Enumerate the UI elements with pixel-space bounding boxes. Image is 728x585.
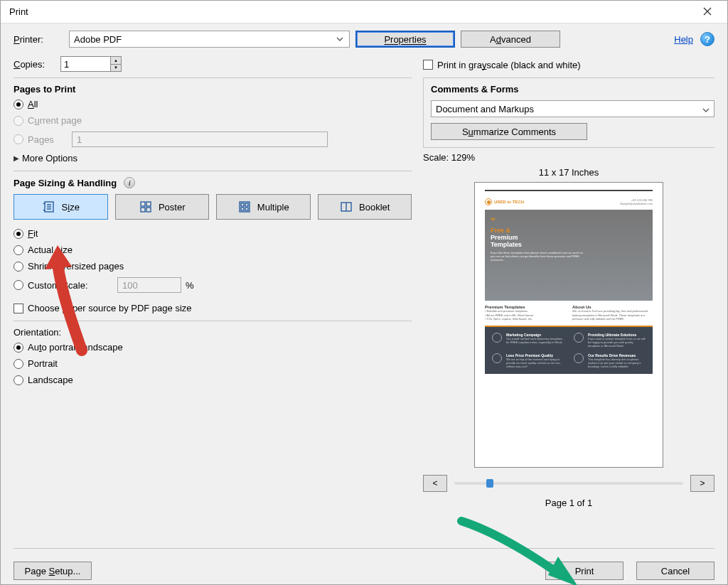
pages-current-label: Current page xyxy=(28,115,82,126)
help-link[interactable]: Help xyxy=(674,34,693,45)
size-icon xyxy=(42,200,56,214)
pages-range-radio[interactable] xyxy=(14,134,23,144)
custom-scale-input[interactable] xyxy=(117,277,181,293)
portrait-radio[interactable] xyxy=(14,359,23,369)
triangle-right-icon: ▶ xyxy=(14,154,19,162)
comments-forms-select[interactable]: Document and Markups xyxy=(431,100,714,117)
portrait-label: Portrait xyxy=(28,358,58,369)
booklet-tab[interactable]: Booklet xyxy=(318,194,412,220)
shrink-radio[interactable] xyxy=(14,262,23,272)
svg-rect-8 xyxy=(241,208,244,210)
page-sizing-section: Page Sizing & Handling i Size Poster Mul… xyxy=(14,171,412,321)
pages-to-print-section: Pages to Print All Current page Pages xyxy=(14,77,412,171)
percent-label: % xyxy=(186,280,194,291)
custom-scale-label: Custom Scale: xyxy=(28,280,113,291)
preview-prev-button[interactable]: < xyxy=(423,475,447,492)
scale-label: Scale: 129% xyxy=(423,147,714,166)
actual-size-radio[interactable] xyxy=(14,245,23,255)
grayscale-label: Print in grayscale (black and white) xyxy=(437,60,581,70)
size-tab[interactable]: Size xyxy=(14,194,108,220)
titlebar: Print xyxy=(1,1,727,23)
printer-value: Adobe PDF xyxy=(74,34,122,45)
chevron-down-icon xyxy=(333,37,346,41)
pages-range-label: Pages xyxy=(28,134,68,145)
actual-size-label: Actual size xyxy=(28,245,73,255)
svg-rect-2 xyxy=(146,202,151,206)
fit-radio[interactable] xyxy=(14,229,23,239)
poster-tab[interactable]: Poster xyxy=(115,194,210,220)
copies-spinner[interactable]: ▲ ▼ xyxy=(60,56,122,72)
close-icon xyxy=(703,6,712,18)
multiple-icon xyxy=(237,200,252,214)
window-title: Print xyxy=(9,6,28,17)
pages-all-radio[interactable] xyxy=(14,100,23,109)
spinner-up-icon[interactable]: ▲ xyxy=(111,57,121,65)
landscape-radio[interactable] xyxy=(14,375,23,385)
dollar-icon xyxy=(574,353,584,363)
shrink-label: Shrink oversized pages xyxy=(28,261,124,272)
gear-icon xyxy=(574,333,584,343)
flame-icon xyxy=(485,198,492,205)
info-icon[interactable]: i xyxy=(124,177,135,188)
comments-title: Comments & Forms xyxy=(431,84,714,95)
svg-rect-4 xyxy=(146,208,151,212)
poster-icon xyxy=(139,200,153,214)
preview-next-button[interactable]: > xyxy=(690,475,714,492)
help-icon[interactable]: ? xyxy=(700,32,714,46)
summarize-comments-button[interactable]: Summarize Comments xyxy=(431,123,587,140)
slider-thumb[interactable] xyxy=(486,479,493,488)
choose-paper-source-label: Choose paper source by PDF page size xyxy=(28,303,192,313)
comments-forms-section: Comments & Forms Document and Markups Su… xyxy=(423,77,714,147)
orientation-section: Orientation: Auto portrait/landscape Por… xyxy=(14,321,412,392)
spinner-down-icon[interactable]: ▼ xyxy=(111,65,121,72)
advanced-button[interactable]: Advanced xyxy=(461,31,560,48)
svg-rect-9 xyxy=(245,208,248,210)
tag-icon xyxy=(492,353,502,363)
print-button[interactable]: Print xyxy=(545,562,623,580)
preview-slider[interactable] xyxy=(454,482,683,485)
orientation-title: Orientation: xyxy=(14,327,412,338)
page-indicator: Page 1 of 1 xyxy=(545,498,593,508)
pages-title: Pages to Print xyxy=(14,84,412,95)
page-dimensions: 11 x 17 Inches xyxy=(539,167,599,178)
multiple-tab[interactable]: Multiple xyxy=(216,194,311,220)
svg-rect-7 xyxy=(245,203,248,206)
pages-range-input[interactable] xyxy=(72,132,328,147)
printer-select[interactable]: Adobe PDF xyxy=(69,31,350,48)
print-dialog: Print Printer: Adobe PDF Properties Adv xyxy=(0,0,728,585)
landscape-label: Landscape xyxy=(28,375,73,385)
comments-forms-value: Document and Markups xyxy=(436,104,534,114)
sizing-title: Page Sizing & Handling i xyxy=(14,177,412,188)
cancel-button[interactable]: Cancel xyxy=(636,562,714,580)
auto-orientation-radio[interactable] xyxy=(14,343,23,353)
more-options-toggle[interactable]: ▶ More Options xyxy=(14,153,412,163)
preview-brand: USED to TECH xyxy=(485,198,524,205)
chart-icon xyxy=(492,333,502,343)
copies-label: Copies: xyxy=(14,59,45,70)
custom-scale-radio[interactable] xyxy=(14,280,23,290)
grayscale-checkbox[interactable] xyxy=(423,60,433,70)
booklet-icon xyxy=(339,200,353,214)
pages-current-radio xyxy=(14,116,23,126)
close-button[interactable] xyxy=(693,2,722,22)
fit-label: Fit xyxy=(28,228,38,239)
chevron-down-icon xyxy=(702,104,710,114)
auto-orientation-label: Auto portrait/landscape xyxy=(28,342,123,353)
copies-input[interactable] xyxy=(60,56,110,72)
pages-all-label: All xyxy=(28,99,38,109)
page-setup-button[interactable]: Page Setup... xyxy=(14,562,92,580)
properties-button[interactable]: Properties xyxy=(355,31,455,48)
svg-rect-3 xyxy=(141,208,145,212)
choose-paper-source-checkbox[interactable] xyxy=(14,304,23,313)
svg-rect-6 xyxy=(241,203,244,206)
svg-rect-1 xyxy=(141,202,145,206)
print-preview: USED to TECH +01 123 456 789Sample@usedt… xyxy=(474,182,663,468)
printer-label: Printer: xyxy=(14,34,63,45)
